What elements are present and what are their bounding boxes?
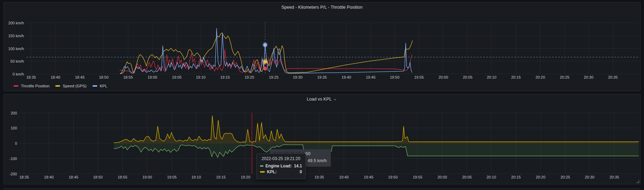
x-tick-label: 19:05	[167, 175, 177, 179]
x-tick-label: 19:40	[339, 175, 349, 179]
x-tick-label: 19:10	[196, 75, 206, 79]
x-tick-label: 18:45	[75, 75, 85, 79]
x-tick-label: 19:30	[293, 75, 303, 79]
speed-tooltip-value: 49.5 km/h	[308, 158, 327, 163]
x-tick-label: 20:15	[511, 175, 521, 179]
load-tooltip-row-engine-load: Engine Load: 14.1	[260, 163, 302, 169]
crosshair-dot	[264, 68, 266, 70]
x-tick-label: 20:15	[511, 75, 521, 79]
x-tick-label: 20:30	[584, 75, 594, 79]
panel-resize-handle[interactable]	[636, 180, 639, 183]
y-tick-label: 200	[11, 111, 17, 115]
x-tick-label: 20:00	[438, 175, 447, 179]
x-tick-label: 18:50	[93, 175, 103, 179]
x-tick-label: 18:45	[69, 175, 79, 179]
x-tick-label: 18:55	[123, 75, 133, 79]
load-tooltip-row-kpl: KPL: 0	[260, 169, 302, 175]
speed-chart-legend: Throtlle Position Speed (GPS) KPL	[14, 84, 107, 88]
x-tick-label: 20:25	[561, 175, 570, 179]
x-tick-label: 19:10	[191, 175, 201, 179]
x-tick-label: 19:55	[413, 175, 423, 179]
series-line-kpl	[114, 116, 639, 143]
panel-load: Load vs KPL 18:3518:4018:4518:5018:5519:…	[3, 94, 641, 184]
crosshair-dot	[263, 43, 267, 46]
y-tick-label: -200	[9, 172, 17, 176]
y-tick-label: 150 km/h	[8, 34, 24, 38]
x-tick-label: 18:35	[19, 175, 29, 179]
x-tick-label: 18:40	[44, 175, 54, 179]
x-tick-label: 19:50	[390, 75, 400, 79]
speed-chart-svg: 18:3518:4018:4518:5018:5519:0019:0519:10…	[4, 2, 641, 92]
x-tick-label: 19:35	[317, 75, 327, 79]
x-tick-label: 20:05	[462, 175, 472, 179]
series-fill-kpl	[114, 116, 639, 143]
x-tick-label: 19:35	[315, 175, 324, 179]
legend-item-kpl[interactable]: KPL	[92, 84, 107, 88]
x-tick-label: 18:55	[118, 175, 128, 179]
x-tick-label: 19:00	[142, 175, 152, 179]
y-tick-label: 100 km/h	[8, 47, 24, 51]
x-tick-label: 19:15	[220, 75, 230, 79]
kpl-legend-swatch-icon	[92, 85, 97, 87]
legend-label-throttle: Throtlle Position	[21, 84, 49, 88]
x-tick-label: 20:25	[560, 75, 570, 79]
x-tick-label: 19:45	[366, 75, 376, 79]
x-tick-label: 19:20	[245, 75, 254, 79]
y-tick-label: 50 km/h	[10, 59, 24, 63]
x-tick-label: 19:40	[342, 75, 351, 79]
x-tick-label: 19:25	[269, 75, 279, 79]
x-tick-label: 20:10	[487, 175, 496, 179]
panel-speed: Speed - Kilometers P/L - Throttle Positi…	[3, 2, 641, 91]
x-tick-label: 18:40	[51, 75, 60, 79]
x-tick-label: 18:35	[26, 75, 36, 79]
x-tick-label: 20:35	[608, 75, 618, 79]
x-tick-label: 19:55	[414, 75, 424, 79]
x-tick-label: 19:20	[241, 175, 251, 179]
y-tick-label: 100	[11, 126, 17, 130]
load-tooltip-timestamp: 2022-03-25 19:21:20	[260, 156, 302, 161]
x-tick-label: 19:00	[148, 75, 157, 79]
y-tick-label: -100	[9, 157, 17, 161]
x-tick-label: 20:35	[610, 175, 619, 179]
x-tick-label: 19:50	[388, 175, 398, 179]
x-tick-label: 19:15	[216, 175, 226, 179]
legend-label-kpl: KPL	[100, 84, 107, 88]
y-tick-label: 200 km/h	[8, 21, 24, 25]
crosshair-dot	[263, 60, 267, 63]
load-tooltip: 2022-03-25 19:21:20 Engine Load: 14.1 KP…	[256, 153, 306, 179]
engine-load-swatch-icon	[260, 165, 263, 167]
y-tick-label: 0	[15, 141, 17, 145]
load-chart-svg: 18:3518:4018:4518:5018:5519:0019:0519:10…	[4, 94, 641, 185]
series-fill-engine-load	[114, 143, 639, 158]
next-panel-top-edge	[3, 188, 641, 190]
x-tick-label: 18:50	[99, 75, 109, 79]
legend-label-speed-gps: Speed (GPS)	[63, 84, 86, 88]
kpl-value: 0	[300, 169, 302, 174]
x-tick-label: 20:20	[536, 175, 546, 179]
speed-gps-legend-swatch-icon	[55, 85, 60, 87]
x-tick-label: 20:30	[585, 175, 595, 179]
kpl-label: KPL:	[267, 169, 277, 174]
x-tick-label: 20:10	[487, 75, 497, 79]
kpl-swatch-icon	[260, 171, 265, 173]
gridlines	[26, 23, 639, 74]
x-tick-label: 20:05	[463, 75, 473, 79]
engine-load-label: Engine Load:	[266, 164, 292, 168]
legend-item-throttle[interactable]: Throtlle Position	[14, 84, 49, 88]
throttle-legend-swatch-icon	[14, 85, 18, 87]
x-tick-label: 20:00	[439, 75, 448, 79]
x-tick-label: 19:45	[364, 175, 374, 179]
x-tick-label: 19:05	[172, 75, 182, 79]
engine-load-value: 14.1	[294, 164, 302, 168]
y-tick-label: 0 km/h	[13, 72, 24, 76]
legend-item-speed-gps[interactable]: Speed (GPS)	[55, 84, 86, 88]
x-tick-label: 20:20	[536, 75, 545, 79]
